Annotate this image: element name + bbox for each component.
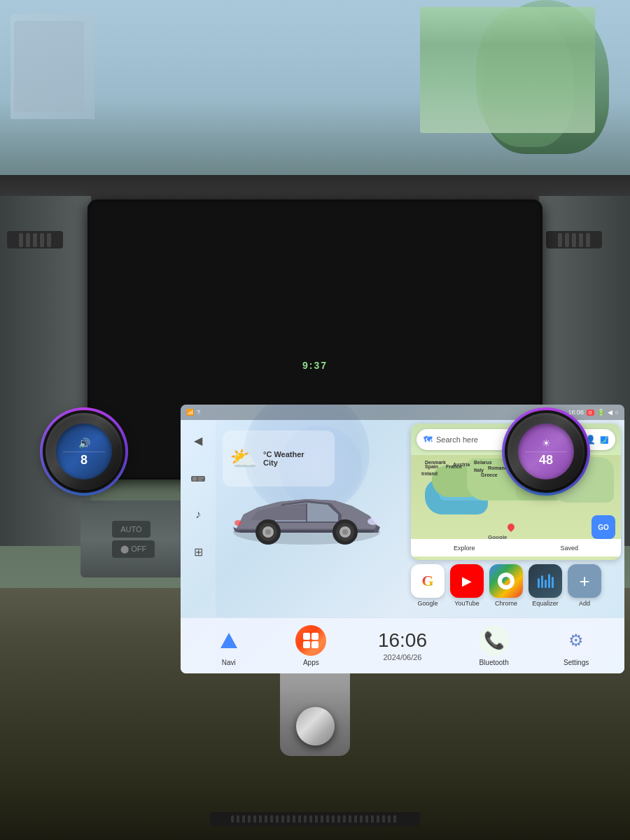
- app-icon-add[interactable]: + Add: [568, 564, 601, 607]
- knob-right-outer: ☀ 48: [507, 413, 584, 490]
- location-pin: [507, 524, 514, 533]
- vent-slot: [26, 233, 30, 247]
- sidebar-radio-icon[interactable]: [188, 468, 208, 487]
- car-svg: [223, 469, 391, 560]
- chrome-center: [498, 573, 514, 589]
- battery-icon: 🔋: [597, 409, 605, 416]
- vent-slot: [565, 233, 569, 247]
- temperature-value: 48: [539, 454, 553, 466]
- svg-point-14: [234, 520, 241, 526]
- home-icon[interactable]: ○: [615, 409, 619, 416]
- svg-rect-22: [312, 633, 318, 640]
- chrome-inner: [502, 577, 510, 585]
- svg-rect-21: [303, 633, 310, 640]
- navi-label: Navi: [222, 659, 236, 666]
- sidebar-apps-icon[interactable]: ⊞: [188, 542, 208, 561]
- vent-slot: [47, 233, 51, 247]
- add-label: Add: [579, 600, 590, 607]
- app-icon-equalizer[interactable]: Equalizer: [528, 564, 562, 607]
- google-label: Google: [417, 600, 438, 607]
- knob-separator-right: [525, 451, 567, 452]
- sidebar-music-icon[interactable]: ♪: [188, 505, 208, 524]
- map-label-italy: Italy: [474, 468, 484, 472]
- volume-icon: 🔊: [78, 438, 90, 449]
- svg-rect-24: [312, 641, 318, 648]
- vent-slot: [586, 233, 590, 247]
- apps-label: Apps: [303, 659, 319, 666]
- car-image: [216, 455, 398, 574]
- svg-rect-20: [552, 577, 554, 588]
- svg-rect-17: [541, 575, 543, 588]
- apps-grid-icon: [302, 631, 320, 650]
- status-wifi-icon: 📶: [186, 409, 194, 416]
- temperature-knob[interactable]: ☀ 48: [507, 413, 584, 490]
- auto-button[interactable]: AUTO: [112, 521, 150, 538]
- add-plus-icon: +: [579, 572, 589, 590]
- map-saved-label[interactable]: Saved: [560, 545, 578, 552]
- settings-icon-container: ⚙: [561, 625, 592, 656]
- map-explore-label[interactable]: Explore: [454, 545, 475, 552]
- time-big: 16:06: [378, 631, 427, 650]
- navi-arrow-icon: [220, 633, 237, 648]
- taskbar: Navi Apps 16:06 2024/06/26: [181, 617, 624, 673]
- chrome-label: Chrome: [495, 600, 517, 607]
- vent-slot: [579, 233, 583, 247]
- app-icon-google[interactable]: G Google: [411, 564, 444, 607]
- svg-point-12: [342, 529, 348, 535]
- app-icon-chrome[interactable]: Chrome: [489, 564, 523, 607]
- youtube-play-icon: ▶: [462, 573, 472, 589]
- map-layers-icon[interactable]: 🗾: [600, 436, 608, 444]
- gear-knob[interactable]: [296, 707, 335, 746]
- screen-bezel: 📶 ? 16:06 0 🔋 ◀ ○ ◀ ♪ ⊞: [88, 200, 542, 479]
- svg-point-1: [192, 477, 197, 481]
- map-go-button[interactable]: GO: [592, 515, 615, 539]
- taskbar-item-bluetooth[interactable]: 📞 Bluetooth: [479, 625, 510, 666]
- svg-rect-19: [548, 574, 550, 588]
- google-maps-g-icon: 🗺: [424, 435, 432, 444]
- vent-slot: [33, 233, 37, 247]
- youtube-label: YouTube: [454, 600, 479, 607]
- status-android-icon: ?: [197, 409, 200, 416]
- volume-value: 8: [80, 454, 88, 466]
- vent-slot: [40, 233, 44, 247]
- taskbar-item-apps[interactable]: Apps: [295, 625, 326, 666]
- settings-label: Settings: [564, 659, 589, 666]
- back-icon[interactable]: ◀: [608, 409, 612, 416]
- map-label-greece: Greece: [481, 472, 498, 477]
- phone-icon: 📞: [484, 631, 505, 650]
- taskbar-item-settings[interactable]: ⚙ Settings: [561, 625, 592, 666]
- volume-knob[interactable]: 🔊 8: [46, 413, 122, 490]
- svg-rect-18: [545, 580, 547, 588]
- svg-rect-16: [538, 578, 540, 588]
- svg-point-13: [368, 518, 379, 525]
- sidebar-back-icon[interactable]: ◀: [188, 430, 208, 450]
- map-label-belarus: Belarus: [474, 460, 492, 465]
- status-left: 📶 ?: [186, 409, 200, 416]
- equalizer-svg: [536, 571, 555, 591]
- temperature-icon: ☀: [542, 438, 551, 449]
- taskbar-item-navi[interactable]: Navi: [214, 625, 244, 666]
- map-label-ireland: Ireland: [421, 471, 438, 476]
- svg-rect-2: [198, 477, 204, 479]
- bluetooth-label: Bluetooth: [479, 659, 508, 666]
- knob-separator: [63, 451, 105, 452]
- svg-rect-23: [303, 641, 310, 648]
- bottom-vent-slots: [231, 816, 399, 822]
- app-icon-youtube[interactable]: ▶ YouTube: [450, 564, 484, 607]
- windshield: [0, 0, 630, 196]
- google-g-letter: G: [421, 572, 433, 590]
- vent-slot: [19, 233, 23, 247]
- time-date: 2024/06/26: [383, 653, 421, 662]
- taskbar-time: 16:06 2024/06/26: [378, 631, 427, 662]
- svg-rect-3: [198, 479, 202, 481]
- knob-inner-right: ☀ 48: [518, 424, 574, 479]
- vent-slot: [572, 233, 576, 247]
- climate-left-controls: AUTO ⬤ OFF: [112, 521, 155, 558]
- map-label-spain: Spain: [425, 464, 438, 469]
- dashboard-clock: 9:37: [302, 360, 328, 371]
- knob-body-left: 🔊 8: [46, 413, 122, 490]
- navi-icon-container: [214, 625, 244, 656]
- off-button[interactable]: ⬤ OFF: [112, 540, 155, 558]
- bluetooth-icon-container: 📞: [479, 625, 510, 656]
- knob-body-right: ☀ 48: [507, 413, 584, 490]
